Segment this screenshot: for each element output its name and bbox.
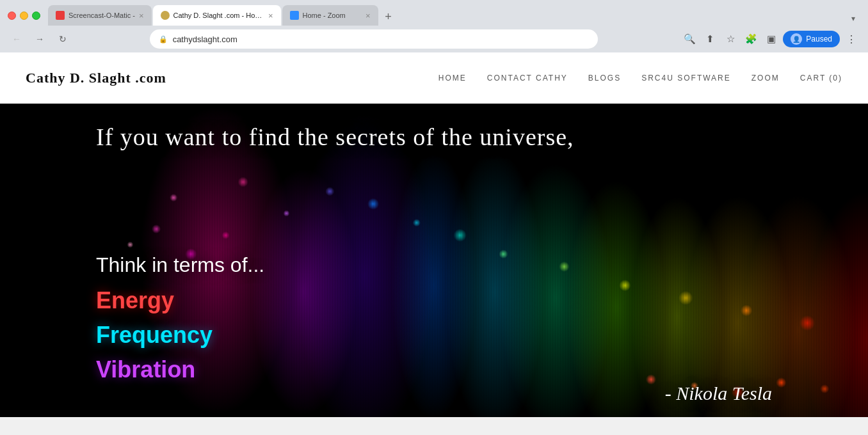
paused-label: Paused [806,35,832,44]
nav-blogs[interactable]: BLOGS [588,74,621,83]
screencast-favicon [56,11,65,20]
hero-energy-text: Energy [96,287,772,314]
tab-screencast-label: Screencast-O-Matic - [68,12,135,19]
tab-cathy-close[interactable]: × [268,11,273,20]
website-content: Cathy D. Slaght .com HOME CONTACT CATHY … [0,52,868,417]
hero-banner: If you want to find the secrets of the u… [0,104,868,417]
hero-quote-line1: If you want to find the secrets of the u… [96,123,772,151]
traffic-lights [8,12,40,20]
share-icon[interactable]: ⬆ [701,30,719,48]
nav-contact[interactable]: CONTACT CATHY [487,74,568,83]
tab-cathy[interactable]: Cathy D. Slaght .com - Home × [153,5,281,26]
browser-titlebar: Screencast-O-Matic - × Cathy D. Slaght .… [0,0,868,26]
nav-links: HOME CONTACT CATHY BLOGS SRC4U SOFTWARE … [438,74,842,83]
hero-quote-line2: Think in terms of... [96,253,772,277]
hero-vibration-text: Vibration [96,356,772,383]
site-logo[interactable]: Cathy D. Slaght .com [26,70,166,86]
tab-zoom[interactable]: Home - Zoom × [282,5,378,26]
toolbar-right: 🔍 ⬆ ☆ 🧩 ▣ 👤 Paused ⋮ [680,30,860,48]
reload-button[interactable]: ↻ [54,30,72,48]
tabs-bar: Screencast-O-Matic - × Cathy D. Slaght .… [48,5,860,26]
nav-home[interactable]: HOME [438,74,467,83]
bookmark-icon[interactable]: ☆ [721,30,739,48]
hero-content: If you want to find the secrets of the u… [0,104,868,417]
extensions-icon[interactable]: 🧩 [742,30,760,48]
browser-addressbar: ← → ↻ 🔒 cathydslaght.com 🔍 ⬆ ☆ 🧩 ▣ 👤 Pau… [0,26,868,52]
nav-src4u[interactable]: SRC4U SOFTWARE [641,74,731,83]
split-view-icon[interactable]: ▣ [762,30,780,48]
browser-chrome: Screencast-O-Matic - × Cathy D. Slaght .… [0,0,868,52]
search-icon[interactable]: 🔍 [680,30,698,48]
hero-frequency-text: Frequency [96,322,772,349]
zoom-favicon [290,11,299,20]
forward-button[interactable]: → [31,30,49,48]
cathy-favicon [161,11,170,20]
tab-screencast[interactable]: Screencast-O-Matic - × [48,5,152,26]
tab-cathy-label: Cathy D. Slaght .com - Home [173,12,264,19]
address-bar[interactable]: 🔒 cathydslaght.com [150,29,598,49]
paused-button[interactable]: 👤 Paused [783,31,840,47]
tab-zoom-close[interactable]: × [366,11,371,20]
close-button[interactable] [8,12,16,20]
hero-attribution: - Nikola Tesla [665,383,772,404]
nav-zoom[interactable]: ZOOM [751,74,780,83]
back-button[interactable]: ← [8,30,26,48]
tab-screencast-close[interactable]: × [139,11,144,20]
browser-menu-button[interactable]: ⋮ [842,31,860,48]
profile-avatar: 👤 [791,33,802,45]
site-navigation: Cathy D. Slaght .com HOME CONTACT CATHY … [0,52,868,104]
address-text: cathydslaght.com [173,35,589,44]
new-tab-button[interactable]: + [380,8,398,26]
tab-more-button[interactable]: ▾ [846,12,860,26]
nav-cart[interactable]: CART (0) [800,74,842,83]
minimize-button[interactable] [20,12,28,20]
maximize-button[interactable] [32,12,40,20]
tab-zoom-label: Home - Zoom [303,12,346,19]
lock-icon: 🔒 [159,35,168,44]
